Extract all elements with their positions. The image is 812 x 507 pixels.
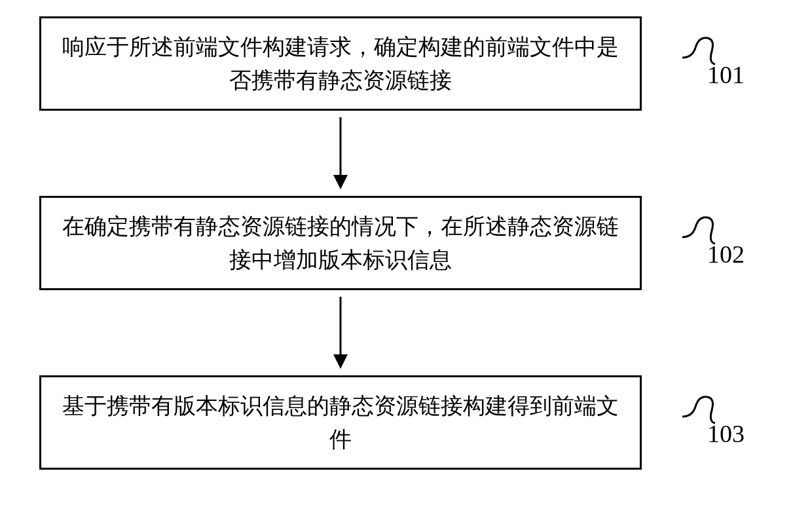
step-text: 基于携带有版本标识信息的静态资源链接构建得到前端文件 [62, 394, 619, 451]
flowchart-container: 响应于所述前端文件构建请求，确定构建的前端文件中是否携带有静态资源链接 101 … [39, 16, 773, 470]
step-label: 101 [707, 56, 745, 94]
step-text: 响应于所述前端文件构建请求，确定构建的前端文件中是否携带有静态资源链接 [62, 35, 619, 92]
step-box-103: 基于携带有版本标识信息的静态资源链接构建得到前端文件 103 [39, 375, 642, 470]
svg-marker-3 [333, 354, 348, 369]
svg-marker-1 [333, 175, 348, 189]
arrow-connector [39, 111, 642, 196]
step-text: 在确定携带有静态资源链接的情况下，在所述静态资源链接中增加版本标识信息 [62, 214, 619, 272]
step-label: 103 [707, 415, 745, 453]
step-box-101: 响应于所述前端文件构建请求，确定构建的前端文件中是否携带有静态资源链接 101 [39, 16, 642, 111]
step-label: 102 [707, 236, 745, 273]
step-box-102: 在确定携带有静态资源链接的情况下，在所述静态资源链接中增加版本标识信息 102 [39, 196, 642, 290]
arrow-connector [39, 290, 642, 375]
